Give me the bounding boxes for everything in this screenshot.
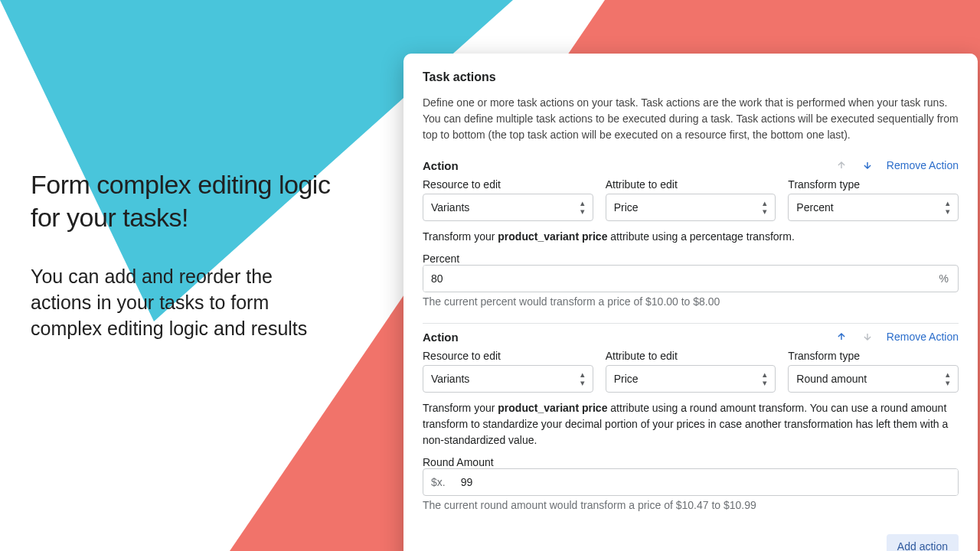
round-amount-input-row: $x.: [423, 468, 959, 496]
move-down-button: [861, 330, 874, 344]
percent-hint: The current percent would transform a pr…: [423, 295, 959, 308]
transform-note: Transform your product_variant price att…: [423, 229, 959, 245]
move-up-button: [835, 158, 848, 172]
select-caret-icon: ▴▾: [763, 370, 767, 387]
transform-value: Percent: [796, 201, 833, 214]
attribute-select[interactable]: Price ▴▾: [606, 365, 776, 393]
card-description: Define one or more task actions on your …: [423, 95, 959, 143]
task-actions-card: Task actions Define one or more task act…: [403, 54, 978, 551]
promo-body: You can add and reorder the actions in y…: [31, 264, 337, 341]
action-heading: Action: [423, 159, 459, 172]
resource-value: Variants: [431, 201, 469, 214]
select-caret-icon: ▴▾: [580, 370, 585, 387]
select-caret-icon: ▴▾: [763, 199, 767, 216]
transform-label: Transform type: [788, 178, 959, 191]
promo-text: Form complex editing logic for your task…: [31, 168, 337, 341]
select-caret-icon: ▴▾: [946, 370, 950, 387]
promo-headline: Form complex editing logic for your task…: [31, 168, 337, 233]
attribute-value: Price: [614, 373, 639, 385]
round-amount-input[interactable]: [453, 469, 958, 495]
percent-input[interactable]: [423, 266, 930, 292]
attribute-select[interactable]: Price ▴▾: [606, 194, 776, 221]
move-up-button[interactable]: [835, 330, 848, 344]
percent-label: Percent: [423, 253, 459, 265]
attribute-value: Price: [614, 201, 639, 214]
action-heading: Action: [423, 331, 459, 344]
transform-select[interactable]: Round amount ▴▾: [788, 365, 959, 393]
attribute-label: Attribute to edit: [606, 178, 776, 191]
select-caret-icon: ▴▾: [946, 199, 950, 216]
resource-select[interactable]: Variants ▴▾: [423, 365, 593, 393]
move-down-button[interactable]: [861, 158, 874, 172]
attribute-label: Attribute to edit: [606, 350, 776, 362]
resource-value: Variants: [431, 373, 469, 385]
percent-suffix: %: [930, 272, 958, 285]
transform-label: Transform type: [788, 350, 959, 362]
transform-note: Transform your product_variant price att…: [423, 400, 959, 448]
round-amount-label: Round Amount: [423, 456, 494, 468]
transform-select[interactable]: Percent ▴▾: [788, 194, 959, 221]
transform-value: Round amount: [796, 373, 867, 385]
resource-select[interactable]: Variants ▴▾: [423, 194, 593, 221]
round-amount-hint: The current round amount would transform…: [423, 499, 959, 511]
percent-input-row: %: [423, 265, 959, 292]
action-block-2: Action Remove Action Resource to edit Va…: [423, 323, 959, 527]
select-caret-icon: ▴▾: [580, 199, 585, 216]
remove-action-link[interactable]: Remove Action: [887, 159, 959, 171]
resource-label: Resource to edit: [423, 350, 593, 362]
resource-label: Resource to edit: [423, 178, 593, 191]
round-amount-prefix: $x.: [423, 476, 453, 488]
card-title: Task actions: [423, 70, 959, 84]
remove-action-link[interactable]: Remove Action: [887, 331, 959, 343]
add-action-button[interactable]: Add action: [887, 534, 959, 551]
action-block-1: Action Remove Action Resource to edit Va…: [423, 152, 959, 323]
